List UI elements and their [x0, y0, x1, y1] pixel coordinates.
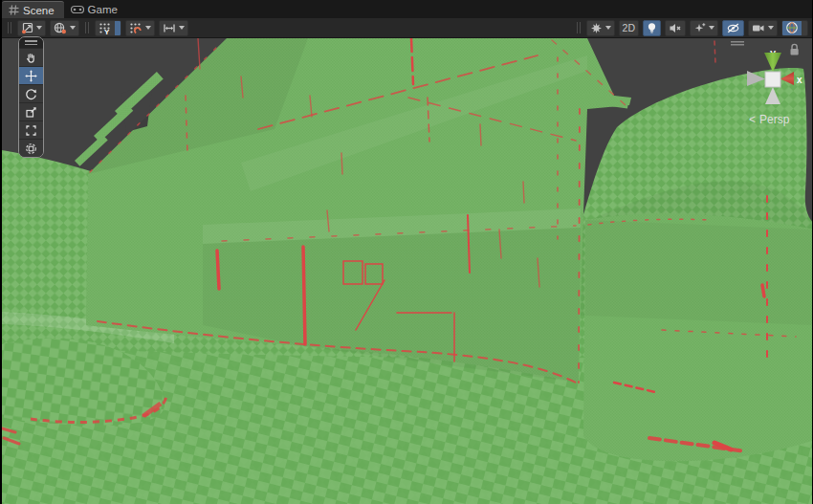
scene-viewport[interactable]: y x < Persp: [2, 38, 813, 504]
axis-y-cone[interactable]: [764, 53, 781, 72]
padlock-icon[interactable]: [791, 44, 799, 55]
axis-x-label: x: [797, 75, 802, 85]
gizmo-overlay-handle[interactable]: [731, 41, 744, 46]
tool-scale[interactable]: [19, 102, 43, 121]
persp-chevron-icon: <: [749, 113, 756, 126]
axis-neg-y-cone[interactable]: [765, 87, 780, 104]
tab-game-label: Game: [88, 4, 118, 15]
eye-slash-icon: [726, 22, 740, 34]
scene-effects-button[interactable]: [586, 20, 615, 36]
svg-text:Y: Y: [104, 27, 110, 34]
lightbulb-icon: [647, 22, 657, 34]
dropdown-arrow: [179, 26, 185, 30]
axis-neg-z-cone[interactable]: [747, 71, 765, 86]
tab-scene[interactable]: Scene: [2, 1, 64, 18]
hand-icon: [25, 52, 37, 64]
dropdown-arrow: [605, 26, 611, 30]
mode-2d-label: 2D: [623, 22, 635, 33]
tool-rect[interactable]: [19, 121, 43, 139]
scale-icon: [25, 106, 37, 119]
mode-2d-button[interactable]: 2D: [619, 20, 639, 36]
shading-mode-button[interactable]: [17, 20, 46, 36]
grid-visibility-dropdown[interactable]: [115, 21, 121, 35]
globe-icon: [54, 22, 67, 34]
view-tab-bar: Scene Game: [2, 0, 812, 18]
scene-grid-icon: [9, 5, 19, 15]
dropdown-arrow: [70, 26, 76, 30]
move-icon: [25, 70, 37, 82]
dropdown-arrow: [36, 26, 42, 30]
scene-audio-button[interactable]: [665, 20, 686, 36]
video-camera-icon: [752, 22, 765, 34]
rotate-icon: [25, 88, 37, 100]
dropdown-arrow: [768, 26, 774, 30]
unity-scene-window: Scene Game: [0, 0, 813, 504]
transform-icon: [25, 142, 37, 155]
camera-settings-button[interactable]: [748, 20, 778, 36]
axis-x-cone[interactable]: [780, 72, 794, 85]
toolbar-separator: [8, 22, 11, 33]
toolbar-separator: [577, 22, 581, 33]
retaining-wall: [583, 213, 813, 461]
dropdown-arrow: [709, 26, 714, 30]
camera-view-button[interactable]: [50, 20, 79, 36]
dropdown-arrow: [145, 26, 151, 30]
scene-visibility-button[interactable]: [722, 20, 744, 36]
tab-scene-label: Scene: [23, 5, 55, 16]
overlay-drag-handle[interactable]: [19, 37, 43, 48]
shaded-cube-icon: [21, 22, 33, 34]
gamepad-icon: [71, 5, 84, 14]
tool-rotate[interactable]: [19, 84, 43, 102]
effects-menu-button[interactable]: [690, 20, 718, 36]
sun-burst-icon: [590, 22, 603, 34]
gizmo-cube[interactable]: [765, 72, 780, 87]
grid-snap-icon: [129, 22, 143, 34]
projection-toggle[interactable]: < Persp: [749, 113, 790, 126]
projection-label: Persp: [759, 113, 790, 126]
gizmo-sphere-icon[interactable]: [782, 21, 802, 35]
grid-y-icon[interactable]: Y: [96, 21, 115, 35]
ruler-snap-icon: [163, 22, 176, 34]
rect-tool-icon: [25, 124, 37, 137]
scene-lighting-button[interactable]: [643, 20, 661, 36]
audio-muted-icon: [669, 22, 682, 34]
sparkle-icon: [693, 22, 706, 34]
tab-game[interactable]: Game: [64, 1, 127, 18]
snap-increment-button[interactable]: [125, 20, 155, 36]
gizmos-menu-button[interactable]: [781, 20, 808, 36]
orientation-gizmo[interactable]: y x < Persp: [724, 40, 813, 131]
tool-view-hand[interactable]: [19, 48, 43, 66]
move-snap-button[interactable]: [159, 20, 188, 36]
tool-move[interactable]: [19, 66, 43, 84]
grid-visibility-button[interactable]: Y: [95, 20, 121, 36]
scene-toolbar: Y: [2, 18, 812, 38]
scene-render[interactable]: [2, 38, 813, 504]
tools-overlay: [18, 36, 44, 158]
gizmos-dropdown[interactable]: [802, 21, 807, 35]
tool-transform[interactable]: [19, 139, 43, 157]
toolbar-separator: [85, 22, 89, 33]
